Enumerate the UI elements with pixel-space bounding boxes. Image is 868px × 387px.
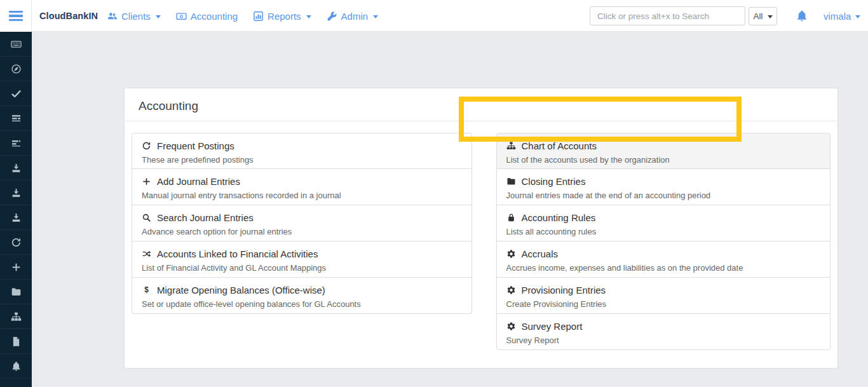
menu-item-closing-entries[interactable]: Closing EntriesJournal entries made at t… [496,169,831,205]
download-icon [11,187,22,198]
lock-icon [506,213,516,222]
random-icon [142,249,151,259]
caret-down-icon [855,15,860,18]
menu-item-frequent-postings[interactable]: Frequent PostingsThese are predefined po… [132,133,472,169]
bell-icon [11,361,22,372]
menu-item-accruals[interactable]: AccrualsAccrues income, expenses and lia… [496,241,831,278]
menu-item-title: Frequent Postings [157,139,234,153]
menu-item-subtitle: Accrues income, expenses and liabilities… [506,262,821,274]
sidebar-item-check[interactable] [0,81,32,106]
sidebar-item-tasks-alt[interactable] [0,131,32,156]
sidebar-item-tasks[interactable] [0,106,32,131]
menu-item-accounts-linked-to-financial-activities[interactable]: Accounts Linked to Financial ActivitiesL… [132,241,472,278]
menu-item-title: Add Journal Entries [157,174,240,189]
menu-column-left: Frequent PostingsThese are predefined po… [132,133,472,350]
menu-item-chart-of-accounts[interactable]: Chart of AccountsList of the accounts us… [496,133,831,169]
gear-icon [506,285,516,295]
menu-toggle-button[interactable] [0,0,32,32]
caret-down-icon [768,15,773,18]
sidebar-item-download[interactable] [0,156,32,180]
menu-item-subtitle: Advance search option for journal entrie… [142,226,462,238]
menu-item-subtitle: Set or update office-level opening balan… [142,298,462,310]
menu-item-title: Survey Report [522,319,583,334]
icon-sidebar [0,32,32,387]
menu-item-title: Accounts Linked to Financial Activities [157,247,318,261]
rotate-right-icon [142,141,151,151]
menu-item-subtitle: Journal entries made at the end of an ac… [506,189,821,201]
check-icon [11,88,22,99]
menu-item-title: Closing Entries [522,174,586,189]
menu-columns: Frequent PostingsThese are predefined po… [125,121,837,350]
menu-item-accounting-rules[interactable]: Accounting RulesLists all accounting rul… [496,205,831,241]
sidebar-item-download[interactable] [0,180,32,205]
dollar-icon: $ [142,285,151,295]
tasks-alt-icon [11,138,22,149]
menu-item-subtitle: List of the accounts used by the organiz… [506,154,821,166]
plus-icon [11,262,22,273]
nav-item-clients[interactable]: Clients [107,11,161,22]
bar-chart-icon [253,11,264,22]
nav-item-accounting[interactable]: Accounting [176,11,238,22]
sidebar-item-folder[interactable] [0,280,32,304]
search-input[interactable] [590,6,745,25]
menu-column-right: Chart of AccountsList of the accounts us… [496,133,831,350]
menu-item-survey-report[interactable]: Survey ReportSurvey Report [496,314,831,350]
sitemap-icon [11,311,22,322]
hamburger-icon [9,9,23,24]
caret-down-icon [373,15,378,18]
menu-item-title: Search Journal Entries [157,210,254,225]
sidebar-item-bell[interactable] [0,354,32,379]
rotate-right-icon [11,237,22,248]
money-icon [176,11,187,22]
folder-icon [506,177,516,186]
tasks-icon [11,113,22,124]
sidebar-item-plus[interactable] [0,255,32,280]
plus-icon [142,177,151,186]
main-nav: ClientsAccountingReportsAdmin [107,0,378,32]
download-icon [11,163,22,173]
file-icon [11,336,22,347]
user-menu[interactable]: vimala [824,0,860,32]
users-icon [107,11,118,22]
sitemap-icon [506,141,516,151]
menu-item-title: Accounting Rules [522,210,596,225]
sidebar-item-keyboard[interactable] [0,32,32,57]
menu-item-subtitle: Create Provisioning Entries [506,298,821,310]
menu-item-subtitle: These are predefined postings [142,154,462,166]
sidebar-item-sitemap[interactable] [0,304,32,329]
notifications-bell-icon[interactable] [796,10,808,22]
menu-item-provisioning-entries[interactable]: Provisioning EntriesCreate Provisioning … [496,278,831,314]
sidebar-item-compass[interactable] [0,57,32,81]
nav-item-reports[interactable]: Reports [253,11,311,22]
menu-item-migrate-opening-balances-office-wise[interactable]: $Migrate Opening Balances (Office-wise)S… [132,278,472,314]
search-scope-label: All [753,11,763,21]
search-scope-dropdown[interactable]: All [749,7,777,25]
sidebar-item-rotate-right[interactable] [0,230,32,255]
content-area: Accounting Frequent PostingsThese are pr… [32,32,868,387]
search-icon [142,213,151,222]
top-navbar: CloudBankIN ClientsAccountingReportsAdmi… [0,0,868,32]
menu-item-title: Accruals [522,247,559,261]
download-icon [11,212,22,223]
sidebar-item-download[interactable] [0,205,32,230]
menu-item-subtitle: List of Financial Activity and GL Accoun… [142,262,462,274]
nav-item-label: Reports [268,11,301,22]
gear-icon [506,249,516,259]
menu-item-subtitle: Lists all accounting rules [506,226,821,238]
nav-item-admin[interactable]: Admin [327,11,379,22]
nav-item-label: Accounting [191,11,238,22]
sidebar-item-file[interactable] [0,329,32,354]
menu-item-subtitle: Survey Report [506,334,821,346]
app-logo[interactable]: CloudBankIN [39,0,98,32]
menu-item-subtitle: Manual journal entry transactions record… [142,189,462,201]
keyboard-icon [11,39,22,50]
caret-down-icon [306,15,311,18]
menu-item-title: Chart of Accounts [522,139,597,153]
compass-icon [11,64,22,74]
nav-item-label: Admin [341,11,369,22]
menu-item-add-journal-entries[interactable]: Add Journal EntriesManual journal entry … [132,169,472,205]
page-title: Accounting [125,88,837,121]
username: vimala [824,11,851,22]
menu-item-search-journal-entries[interactable]: Search Journal EntriesAdvance search opt… [132,205,472,241]
svg-text:$: $ [144,285,149,294]
